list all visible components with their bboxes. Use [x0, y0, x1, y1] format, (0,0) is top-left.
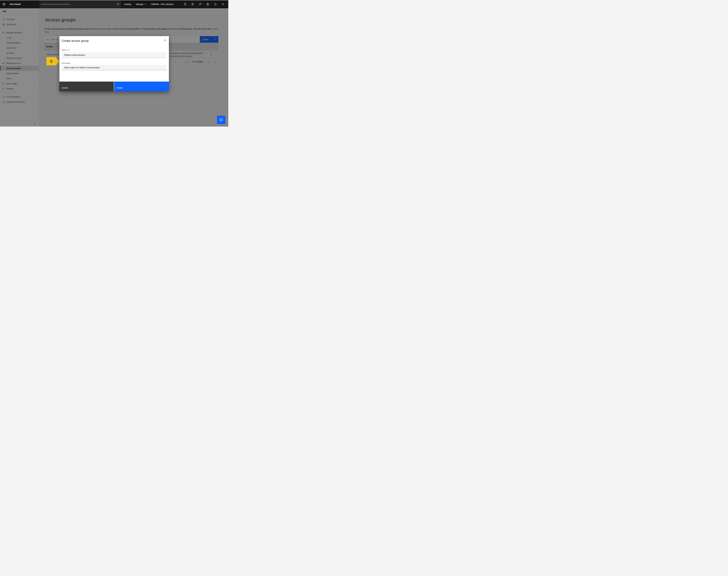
- chat-assistant-button[interactable]: [217, 116, 225, 124]
- help-icon[interactable]: [181, 0, 189, 8]
- name-field-label: Name: [62, 49, 69, 51]
- nav-manage-label: Manage: [136, 3, 143, 5]
- calculator-icon[interactable]: [204, 0, 211, 8]
- name-input[interactable]: [62, 52, 167, 58]
- menu-icon[interactable]: [0, 0, 8, 8]
- modal-footer: Cancel Create: [59, 82, 169, 91]
- ibm-cloud-logo[interactable]: IBMCloud: [9, 3, 21, 5]
- chevron-down-icon: [145, 4, 146, 5]
- account-label: 2960500 - Felix Janakow: [151, 3, 174, 5]
- brand-prefix: IBM: [9, 3, 13, 5]
- nav-catalog-label: Catalog: [124, 3, 131, 5]
- feedback-icon[interactable]: [196, 0, 204, 8]
- search-icon: [115, 3, 121, 5]
- modal-create-button[interactable]: Create: [114, 82, 169, 91]
- user-avatar-icon[interactable]: [219, 0, 227, 8]
- step-number: 6: [50, 59, 53, 64]
- create-access-group-modal: Create access group Name Description Can…: [59, 36, 169, 91]
- nav-account[interactable]: 2960500 - Felix Janakow: [151, 3, 174, 5]
- notifications-bell-icon[interactable]: [211, 0, 219, 8]
- chat-bot-icon: [219, 118, 223, 122]
- cancel-button[interactable]: Cancel: [59, 82, 114, 91]
- nav-catalog[interactable]: Catalog: [124, 3, 131, 5]
- description-field-label: Description: [62, 62, 70, 64]
- global-search-input[interactable]: [39, 3, 115, 5]
- header-nav: Catalog Manage 2960500 - Felix Janakow: [124, 0, 174, 8]
- info-icon[interactable]: [67, 49, 69, 51]
- global-search[interactable]: [39, 0, 121, 8]
- header-icon-group: [181, 0, 227, 8]
- brand-suffix: Cloud: [14, 3, 21, 5]
- modal-title: Create access group: [62, 39, 89, 42]
- close-icon[interactable]: [162, 37, 168, 43]
- window-top-edge: [0, 0, 228, 0]
- nav-manage[interactable]: Manage: [136, 3, 146, 5]
- description-input[interactable]: [62, 65, 167, 70]
- name-label-text: Name: [62, 49, 66, 51]
- description-label-text: Description: [62, 62, 70, 64]
- cli-terminal-icon[interactable]: [189, 0, 196, 8]
- top-header-bar: IBMCloud Catalog Manage 2960500 - Felix …: [0, 0, 228, 8]
